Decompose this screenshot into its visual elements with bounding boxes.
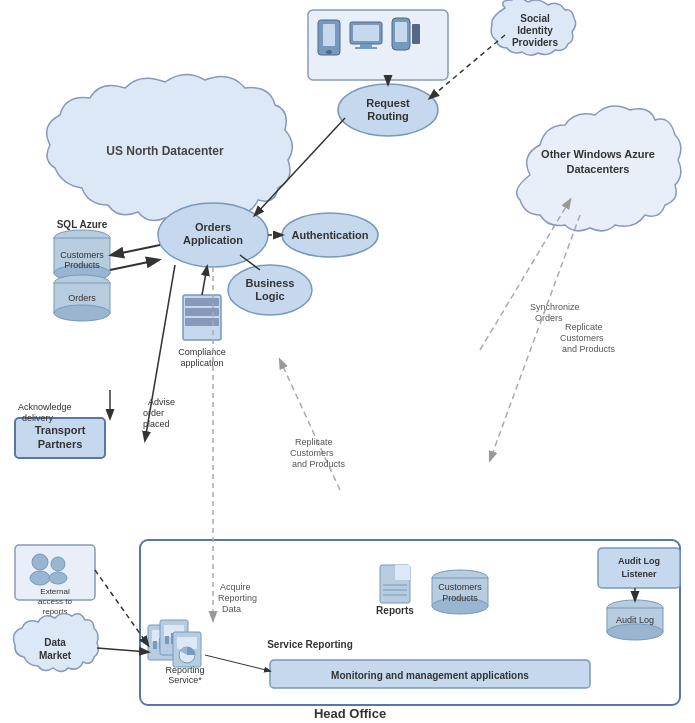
svg-text:Authentication: Authentication: [292, 229, 369, 241]
svg-text:SQL Azure: SQL Azure: [57, 219, 108, 230]
diagram-container: Head Office Other Windows Azure Datacent…: [0, 0, 695, 723]
device-icons: [308, 10, 448, 80]
svg-rect-40: [185, 298, 219, 306]
svg-point-50: [30, 571, 50, 585]
monitoring-box: Monitoring and management applications: [270, 660, 590, 688]
svg-point-88: [607, 624, 663, 640]
svg-text:Data: Data: [222, 604, 241, 614]
svg-rect-30: [323, 24, 335, 46]
svg-point-31: [326, 50, 332, 54]
svg-text:and Products: and Products: [562, 344, 616, 354]
transport-partners: Transport Partners: [15, 418, 105, 458]
authentication: Authentication: [282, 213, 378, 257]
reporting-service: Reporting Service*: [148, 620, 205, 685]
head-office-customers-db: Customers Products: [432, 570, 488, 614]
svg-text:Customers: Customers: [560, 333, 604, 343]
svg-text:Business: Business: [246, 277, 295, 289]
svg-rect-42: [185, 318, 219, 326]
svg-text:Service*: Service*: [168, 675, 202, 685]
advise-label: Advise: [148, 397, 175, 407]
svg-text:Providers: Providers: [512, 37, 559, 48]
svg-point-52: [49, 572, 67, 584]
svg-text:US North Datacenter: US North Datacenter: [106, 144, 224, 158]
request-routing: Request Routing: [338, 84, 438, 136]
svg-text:access to: access to: [38, 597, 72, 606]
us-north-cloud: US North Datacenter: [47, 74, 293, 223]
svg-text:Audit Log: Audit Log: [618, 556, 660, 566]
svg-text:Customers: Customers: [290, 448, 334, 458]
svg-text:order: order: [143, 408, 164, 418]
svg-rect-41: [185, 308, 219, 316]
svg-rect-33: [353, 25, 379, 41]
svg-rect-60: [153, 641, 157, 649]
svg-text:delivery: delivery: [22, 413, 54, 423]
svg-text:Customers: Customers: [60, 250, 104, 260]
svg-text:Datacenters: Datacenters: [567, 163, 630, 175]
svg-text:Transport: Transport: [35, 424, 86, 436]
svg-line-97: [110, 260, 158, 270]
svg-text:Reports: Reports: [376, 605, 414, 616]
svg-text:Orders: Orders: [535, 313, 563, 323]
data-market-cloud: Data Market: [14, 613, 99, 671]
svg-text:Audit Log: Audit Log: [616, 615, 654, 625]
svg-line-98: [202, 267, 207, 295]
svg-text:Routing: Routing: [367, 110, 409, 122]
svg-point-49: [32, 554, 48, 570]
svg-text:Orders: Orders: [195, 221, 231, 233]
audit-log-listener: Audit Log Listener: [598, 548, 680, 588]
svg-text:Monitoring and management appl: Monitoring and management applications: [331, 670, 529, 681]
svg-text:placed: placed: [143, 419, 170, 429]
svg-text:Reporting: Reporting: [165, 665, 204, 675]
svg-rect-38: [412, 24, 420, 44]
svg-text:Identity: Identity: [517, 25, 553, 36]
synchronize-label: Synchronize: [530, 302, 580, 312]
social-identity-cloud: Social Identity Providers: [491, 0, 575, 55]
compliance-app: Compliance application: [178, 295, 226, 368]
reports-icon: Reports: [376, 565, 414, 616]
svg-line-109: [280, 360, 340, 490]
svg-text:Customers: Customers: [438, 582, 482, 592]
svg-text:Market: Market: [39, 650, 72, 661]
business-logic: Business Logic: [228, 265, 312, 315]
other-azure-cloud: Other Windows Azure Datacenters: [517, 106, 681, 231]
svg-text:Data: Data: [44, 637, 66, 648]
svg-text:Request: Request: [366, 97, 410, 109]
external-access: External access to reports: [15, 545, 95, 616]
svg-text:application: application: [180, 358, 223, 368]
svg-text:Listener: Listener: [621, 569, 657, 579]
head-office-label: Head Office: [314, 706, 386, 721]
acknowledge-label: Acknowledge: [18, 402, 72, 412]
svg-text:Products: Products: [442, 593, 478, 603]
svg-point-51: [51, 557, 65, 571]
svg-rect-35: [355, 47, 377, 49]
orders-application: Orders Application: [158, 203, 268, 267]
svg-text:Application: Application: [183, 234, 243, 246]
svg-text:Compliance: Compliance: [178, 347, 226, 357]
svg-text:External: External: [40, 587, 70, 596]
replicate2-label: Replicate: [295, 437, 333, 447]
svg-rect-83: [598, 548, 680, 588]
acquire-label: Acquire: [220, 582, 251, 592]
replicate1-label: Replicate: [565, 322, 603, 332]
svg-text:Reporting: Reporting: [218, 593, 257, 603]
svg-text:Logic: Logic: [255, 290, 284, 302]
svg-line-96: [112, 245, 160, 255]
svg-line-117: [205, 655, 270, 671]
svg-text:Products: Products: [64, 260, 100, 270]
svg-text:Partners: Partners: [38, 438, 83, 450]
svg-rect-37: [395, 22, 407, 42]
audit-log-db: Audit Log: [607, 600, 663, 640]
svg-rect-65: [165, 636, 169, 644]
svg-text:Social: Social: [520, 13, 550, 24]
svg-text:Other Windows Azure: Other Windows Azure: [541, 148, 655, 160]
svg-text:Orders: Orders: [68, 293, 96, 303]
svg-point-11: [54, 305, 110, 321]
sql-azure-group: Customers Products Orders SQL Azure: [54, 219, 110, 321]
service-reporting-label: Service Reporting: [267, 639, 353, 650]
svg-text:and Products: and Products: [292, 459, 346, 469]
